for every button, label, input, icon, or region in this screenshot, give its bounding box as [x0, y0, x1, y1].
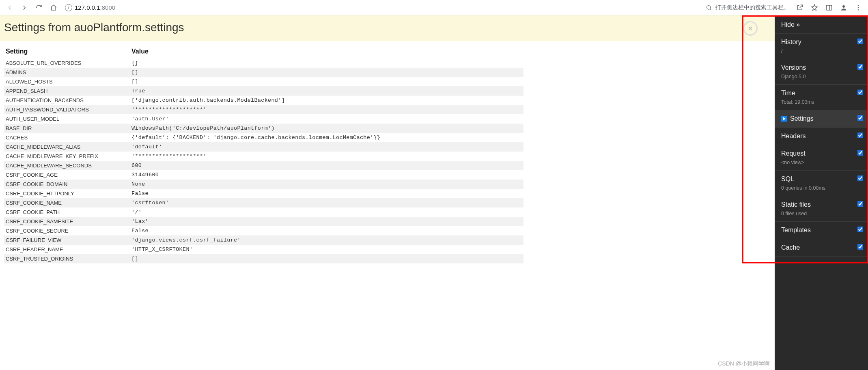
toolbar-panel-time[interactable]: TimeTotal: 19.03ms — [775, 85, 868, 110]
toolbar-panel-templates[interactable]: Templates — [775, 222, 868, 239]
table-row: ABSOLUTE_URL_OVERRIDES{} — [4, 58, 523, 68]
toolbar-panel-checkbox[interactable] — [857, 244, 863, 250]
toolbar-panel-checkbox[interactable] — [857, 115, 863, 121]
table-row: APPEND_SLASHTrue — [4, 86, 523, 96]
table-row: CSRF_COOKIE_DOMAINNone — [4, 180, 523, 189]
setting-key: CSRF_COOKIE_NAME — [4, 198, 130, 207]
toolbar-panel-checkbox[interactable] — [857, 150, 863, 156]
search-icon — [706, 4, 712, 11]
setting-value: 31449600 — [130, 170, 523, 180]
setting-value: 'HTTP_X_CSRFTOKEN' — [130, 245, 523, 254]
toolbar-panel-subtitle: Total: 19.03ms — [781, 99, 862, 105]
toolbar-panel-history[interactable]: History/ — [775, 34, 868, 59]
toolbar-panel-cache[interactable]: Cache — [775, 239, 868, 257]
table-row: CACHE_MIDDLEWARE_SECONDS600 — [4, 161, 523, 170]
setting-key: CSRF_COOKIE_AGE — [4, 170, 130, 180]
toolbar-panel-title: Static files — [781, 201, 862, 208]
toolbar-panel-title: Cache — [781, 244, 862, 251]
setting-value: [] — [130, 77, 523, 86]
profile-button[interactable] — [837, 1, 850, 14]
svg-point-2 — [842, 5, 845, 8]
debug-toolbar: Hide » History/VersionsDjango 5.0TimeTot… — [775, 15, 868, 370]
setting-value: 'csrftoken' — [130, 198, 523, 207]
forward-button[interactable] — [18, 1, 31, 14]
table-row: ADMINS[] — [4, 68, 523, 77]
settings-table-wrap: Setting Value ABSOLUTE_URL_OVERRIDES{}AD… — [0, 41, 868, 263]
toolbar-panel-settings[interactable]: Settings — [775, 110, 868, 128]
setting-key: CSRF_COOKIE_SECURE — [4, 226, 130, 235]
back-button[interactable] — [3, 1, 16, 14]
table-row: CSRF_COOKIE_SECUREFalse — [4, 226, 523, 235]
toolbar-panel-checkbox[interactable] — [857, 175, 863, 181]
close-panel-button[interactable] — [743, 21, 758, 36]
url-text: 127.0.0.1:8000 — [75, 4, 115, 11]
toolbar-panel-subtitle: <no view> — [781, 160, 862, 165]
table-row: AUTH_PASSWORD_VALIDATORS'***************… — [4, 105, 523, 114]
toolbar-panel-request[interactable]: Request<no view> — [775, 145, 868, 171]
setting-value: False — [130, 189, 523, 198]
toolbar-panel-checkbox[interactable] — [857, 227, 863, 232]
address-bar[interactable]: i 127.0.0.1:8000 — [65, 4, 115, 11]
settings-table: Setting Value ABSOLUTE_URL_OVERRIDES{}AD… — [4, 45, 523, 263]
menu-button[interactable] — [852, 1, 865, 14]
setting-value: '/' — [130, 207, 523, 217]
toolbar-panel-title: Settings — [781, 115, 862, 122]
setting-key: CACHES — [4, 133, 130, 142]
reload-button[interactable] — [32, 1, 45, 14]
toolbar-panel-checkbox[interactable] — [857, 201, 863, 207]
search-hint: 打开侧边栏中的搜索工具栏。 — [706, 4, 789, 11]
share-button[interactable] — [793, 1, 806, 14]
setting-key: AUTH_PASSWORD_VALIDATORS — [4, 105, 130, 114]
setting-value: {'default': {'BACKEND': 'django.core.cac… — [130, 133, 523, 142]
setting-key: CSRF_TRUSTED_ORIGINS — [4, 254, 130, 263]
table-row: ALLOWED_HOSTS[] — [4, 77, 523, 86]
setting-value: 600 — [130, 161, 523, 170]
setting-key: CACHE_MIDDLEWARE_SECONDS — [4, 161, 130, 170]
toolbar-panel-subtitle: 0 files used — [781, 211, 862, 216]
table-row: CSRF_COOKIE_SAMESITE'Lax' — [4, 217, 523, 226]
toolbar-panel-versions[interactable]: VersionsDjango 5.0 — [775, 59, 868, 85]
toolbar-panel-title: Versions — [781, 64, 862, 71]
toolbar-panel-title: Templates — [781, 227, 862, 234]
setting-value: 'django.views.csrf.csrf_failure' — [130, 235, 523, 245]
toolbar-panel-headers[interactable]: Headers — [775, 128, 868, 145]
setting-key: CACHE_MIDDLEWARE_ALIAS — [4, 142, 130, 152]
toolbar-panel-checkbox[interactable] — [857, 133, 863, 138]
toolbar-right: 打开侧边栏中的搜索工具栏。 — [706, 1, 865, 14]
setting-value: {} — [130, 58, 523, 68]
toolbar-hide-button[interactable]: Hide » — [775, 15, 868, 34]
toolbar-panel-sql[interactable]: SQL0 queries in 0.00ms — [775, 171, 868, 196]
table-row: BASE_DIRWindowsPath('C:/devlopePath/auoP… — [4, 124, 523, 133]
setting-value: 'default' — [130, 142, 523, 152]
toolbar-panel-checkbox[interactable] — [857, 64, 863, 70]
toolbar-panel-checkbox[interactable] — [857, 38, 863, 44]
setting-value: None — [130, 180, 523, 189]
toolbar-panel-title: SQL — [781, 175, 862, 183]
setting-value: '********************' — [130, 152, 523, 161]
toolbar-panel-checkbox[interactable] — [857, 90, 863, 95]
setting-key: CSRF_COOKIE_HTTPONLY — [4, 189, 130, 198]
setting-value: ['django.contrib.auth.backends.ModelBack… — [130, 96, 523, 105]
setting-key: AUTH_USER_MODEL — [4, 114, 130, 124]
svg-point-0 — [707, 5, 711, 9]
svg-rect-1 — [826, 5, 832, 10]
site-info-icon[interactable]: i — [65, 4, 72, 11]
toolbar-panel-subtitle: / — [781, 48, 862, 54]
setting-key: APPEND_SLASH — [4, 86, 130, 96]
toolbar-panel-static-files[interactable]: Static files0 files used — [775, 196, 868, 222]
bookmark-button[interactable] — [808, 1, 821, 14]
toolbar-panel-title: Headers — [781, 133, 862, 140]
sidepanel-button[interactable] — [823, 1, 836, 14]
home-button[interactable] — [47, 1, 60, 14]
table-row: CACHE_MIDDLEWARE_KEY_PREFIX'************… — [4, 152, 523, 161]
svg-point-3 — [858, 5, 859, 6]
browser-toolbar: i 127.0.0.1:8000 打开侧边栏中的搜索工具栏。 — [0, 0, 868, 15]
toolbar-panel-title: Time — [781, 90, 862, 97]
toolbar-panel-title: Request — [781, 150, 862, 157]
col-value: Value — [130, 45, 523, 58]
table-row: AUTHENTICATION_BACKENDS['django.contrib.… — [4, 96, 523, 105]
table-row: CSRF_TRUSTED_ORIGINS[] — [4, 254, 523, 263]
toolbar-panel-title: History — [781, 38, 862, 46]
panel-header: Settings from auoPlantform.settings — [0, 15, 868, 41]
setting-key: CACHE_MIDDLEWARE_KEY_PREFIX — [4, 152, 130, 161]
